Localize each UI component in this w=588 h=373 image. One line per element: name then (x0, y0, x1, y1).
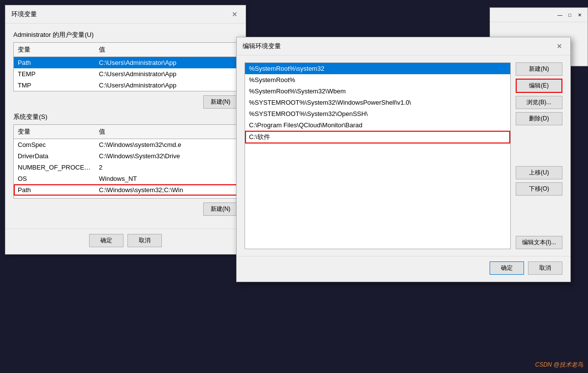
row-var: NUMBER_OF_PROCESSORS (14, 163, 95, 172)
table-row[interactable]: ComSpecC:\Windows\system32\cmd.e (14, 139, 237, 150)
user-new-btn[interactable]: 新建(N) (203, 95, 238, 109)
table-row[interactable]: OSWindows_NT (14, 173, 237, 184)
row-val: C:\Users\Administrator\App (95, 58, 237, 67)
edit-btn-col: 新建(N) 编辑(E) 浏览(B)... 删除(D) 上移(U) 下移(O) 编… (516, 62, 562, 249)
row-var: OS (14, 174, 95, 183)
user-header-var: 变量 (14, 44, 95, 55)
row-var: Path (14, 58, 95, 67)
bg-restore-btn[interactable]: □ (566, 11, 574, 19)
user-table-header: 变量 值 (14, 43, 237, 57)
path-item[interactable]: C:\软件 (245, 131, 510, 143)
table-row[interactable]: PATHEXT.COM;.EXE;.BAT;.CMD;.VBS;.V (14, 196, 237, 198)
row-var: TMP (14, 81, 95, 90)
row-var: Path (14, 185, 95, 195)
system-header-val: 值 (95, 126, 237, 137)
path-item[interactable]: %SYSTEMROOT%\System32\WindowsPowerShell\… (245, 97, 510, 108)
path-edit-text-btn[interactable]: 编辑文本(I)... (516, 236, 562, 249)
user-header-val: 值 (95, 44, 237, 55)
row-val: Windows_NT (95, 174, 237, 183)
edit-dialog-footer: 确定 取消 (237, 256, 570, 282)
table-row[interactable]: NUMBER_OF_PROCESSORS2 (14, 162, 237, 173)
env-dialog-title: 环境变量 (11, 10, 37, 19)
env-dialog-footer: 确定 取消 (5, 229, 246, 254)
path-move-up-btn[interactable]: 上移(U) (516, 166, 562, 179)
bg-minimize-btn[interactable]: — (556, 11, 564, 19)
row-var: PATHEXT (14, 197, 95, 198)
edit-dialog-titlebar: 编辑环境变量 ✕ (237, 37, 570, 56)
row-val: C:\Windows\System32\Drive (95, 151, 237, 161)
env-dialog: 环境变量 ✕ Administrator 的用户变量(U) 变量 值 PathC… (5, 5, 246, 255)
path-delete-btn[interactable]: 删除(D) (516, 112, 562, 125)
user-section-label: Administrator 的用户变量(U) (13, 30, 238, 39)
path-new-btn[interactable]: 新建(N) (516, 62, 562, 76)
env-dialog-titlebar: 环境变量 ✕ (5, 5, 246, 24)
user-variables-table: 变量 值 PathC:\Users\Administrator\AppTEMPC… (13, 42, 238, 91)
system-header-var: 变量 (14, 126, 95, 137)
edit-dialog: 编辑环境变量 ✕ %SystemRoot%\system32%SystemRoo… (236, 37, 571, 282)
path-item[interactable]: %SystemRoot% (245, 74, 510, 86)
env-cancel-btn[interactable]: 取消 (127, 234, 162, 247)
edit-cancel-btn[interactable]: 取消 (528, 261, 562, 275)
path-item[interactable]: %SystemRoot%\system32 (245, 63, 510, 74)
table-row[interactable]: DriverDataC:\Windows\System32\Drive (14, 150, 237, 162)
path-item[interactable]: %SYSTEMROOT%\System32\OpenSSH\ (245, 108, 510, 119)
row-val: .COM;.EXE;.BAT;.CMD;.VBS;.V (95, 197, 237, 198)
bg-window-titlebar: — □ ✕ (490, 8, 588, 22)
system-table-header: 变量 值 (14, 125, 237, 139)
table-row[interactable]: TEMPC:\Users\Administrator\App (14, 68, 237, 80)
path-move-down-btn[interactable]: 下移(O) (516, 182, 562, 196)
system-btn-row: 新建(N) (13, 202, 238, 216)
row-val: C:\Users\Administrator\App (95, 81, 237, 90)
bg-close-btn[interactable]: ✕ (576, 11, 584, 19)
row-var: DriverData (14, 151, 95, 161)
edit-ok-btn[interactable]: 确定 (490, 261, 524, 275)
path-edit-btn[interactable]: 编辑(E) (516, 79, 562, 93)
row-val: C:\Windows\system32\cmd.e (95, 140, 237, 149)
edit-list-container: %SystemRoot%\system32%SystemRoot%%System… (237, 56, 570, 256)
watermark: CSDN @技术老鸟 (535, 361, 583, 369)
user-table-scroll[interactable]: PathC:\Users\Administrator\AppTEMPC:\Use… (14, 57, 237, 91)
path-browse-btn[interactable]: 浏览(B)... (516, 96, 562, 109)
path-list[interactable]: %SystemRoot%\system32%SystemRoot%%System… (245, 62, 511, 249)
row-val: C:\Windows\system32;C:\Win (95, 185, 237, 195)
table-row[interactable]: PathC:\Windows\system32;C:\Win (14, 184, 237, 196)
env-ok-btn[interactable]: 确定 (89, 234, 124, 247)
system-new-btn[interactable]: 新建(N) (203, 202, 238, 216)
env-dialog-body: Administrator 的用户变量(U) 变量 值 PathC:\Users… (5, 24, 246, 227)
table-row[interactable]: TMPC:\Users\Administrator\App (14, 80, 237, 91)
system-table-scroll[interactable]: ComSpecC:\Windows\system32\cmd.eDriverDa… (14, 139, 237, 198)
env-dialog-close-btn[interactable]: ✕ (230, 9, 240, 19)
system-variables-table: 变量 值 ComSpecC:\Windows\system32\cmd.eDri… (13, 124, 238, 199)
row-val: 2 (95, 163, 237, 172)
user-btn-row: 新建(N) (13, 95, 238, 109)
row-var: ComSpec (14, 140, 95, 149)
edit-dialog-title: 编辑环境变量 (243, 42, 281, 51)
system-section-label: 系统变量(S) (13, 113, 238, 121)
row-var: TEMP (14, 69, 95, 79)
path-item[interactable]: C:\Program Files\QCloud\Monitor\Barad (245, 119, 510, 131)
table-row[interactable]: PathC:\Users\Administrator\App (14, 57, 237, 68)
edit-dialog-close-btn[interactable]: ✕ (555, 41, 564, 51)
row-val: C:\Users\Administrator\App (95, 69, 237, 79)
path-item[interactable]: %SystemRoot%\System32\Wbem (245, 86, 510, 97)
